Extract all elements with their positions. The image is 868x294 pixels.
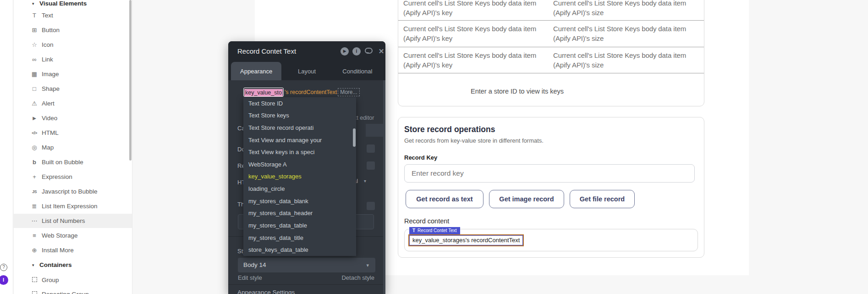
alert-icon: ⚠ xyxy=(30,100,38,107)
tab-conditional[interactable]: Conditional xyxy=(332,62,383,80)
dropdown-item[interactable]: WebStorage A xyxy=(243,158,356,171)
button-icon: ⊞ xyxy=(30,27,38,33)
plus-icon: + xyxy=(30,173,38,180)
composer-selected-text: key_value_sto xyxy=(244,89,283,96)
sidebar-item-group[interactable]: Group xyxy=(14,273,132,287)
selected-canvas-element[interactable]: key_value_storages's recordContentText xyxy=(409,235,523,245)
dropdown-item[interactable]: my_stores_data_table xyxy=(243,219,356,232)
dropdown-scrollbar[interactable] xyxy=(353,128,356,147)
sidebar-scrollbar[interactable] xyxy=(129,0,132,161)
bubble-editor-screen: ? I ▾ Visual Elements TText ⊞Button ☆Ico… xyxy=(0,0,868,294)
sidebar-item-javascript-to-bubble[interactable]: JSJavascript to Bubble xyxy=(14,184,132,199)
dropdown-item[interactable]: my_stores_data_blank xyxy=(243,195,356,207)
chevron-down-icon: ▾ xyxy=(32,1,38,6)
sidebar-item-repeating-group[interactable]: Repeating Group xyxy=(14,287,132,294)
text-icon: T xyxy=(30,12,38,19)
empty-state-message[interactable]: Enter a store ID to view its keys xyxy=(471,88,564,95)
record-key-label: Record Key xyxy=(404,154,437,161)
left-icon-gutter: ? I xyxy=(0,0,13,294)
row-divider xyxy=(398,47,704,47)
dropdown-item[interactable]: loading_circle xyxy=(243,183,356,195)
style-select[interactable]: Body 14▾ xyxy=(238,258,375,272)
canvas-text-key[interactable]: Current cell's List Store Keys body data… xyxy=(403,24,545,43)
dropdown-item[interactable]: Text Store record operati xyxy=(243,122,356,134)
detach-style-link[interactable]: Detach style xyxy=(341,274,374,281)
play-icon[interactable]: ▶ xyxy=(341,47,349,55)
rich-text-editor-link-partial[interactable]: xt editor xyxy=(354,115,374,121)
sidebar-item-list-item-expression[interactable]: ≣List Item Expression xyxy=(14,199,132,213)
text-element-icon: T xyxy=(412,228,415,233)
sidebar-item-built-on-bubble[interactable]: bBuilt on Bubble xyxy=(14,155,132,169)
map-pin-icon: ◎ xyxy=(30,144,38,151)
record-content-label: Record content xyxy=(404,217,449,225)
sidebar-item-video[interactable]: ▶Video xyxy=(14,111,132,125)
sidebar-item-button[interactable]: ⊞Button xyxy=(14,23,132,37)
panel-tabs: Appearance Layout Conditional xyxy=(228,62,385,80)
record-key-input[interactable] xyxy=(404,164,695,183)
dropdown-item[interactable]: Text Store ID xyxy=(243,97,356,110)
composer-expression-suffix[interactable]: 's recordContentText xyxy=(285,89,337,95)
get-file-record-button[interactable]: Get file record xyxy=(570,190,635,208)
composer-selection-box[interactable]: key_value_sto xyxy=(243,88,284,97)
dropdown-item[interactable]: Text View and manage your xyxy=(243,134,356,146)
tab-appearance[interactable]: Appearance xyxy=(231,62,281,80)
bubble-icon: b xyxy=(30,159,38,166)
info-icon[interactable]: i xyxy=(352,47,361,55)
canvas-text-size[interactable]: Current cell's List Store Keys body data… xyxy=(553,50,695,70)
canvas-text-size[interactable]: Current cell's List Store Keys body data… xyxy=(553,0,695,17)
comment-icon[interactable] xyxy=(365,48,373,54)
help-icon[interactable]: ? xyxy=(0,264,7,271)
sidebar-item-text[interactable]: TText xyxy=(14,8,132,22)
checkbox[interactable] xyxy=(367,202,375,210)
canvas-text-key[interactable]: Current cell's List Store Keys body data… xyxy=(403,0,545,17)
card-title: Store record operations xyxy=(404,125,495,134)
dropdown-item[interactable]: Text View keys in a speci xyxy=(243,146,356,158)
code-icon: </> xyxy=(30,131,38,135)
row-divider xyxy=(398,73,704,73)
star-icon: ☆ xyxy=(30,41,38,48)
edit-style-link[interactable]: Edit style xyxy=(238,274,262,281)
sidebar-item-alert[interactable]: ⚠Alert xyxy=(14,96,132,111)
tab-layout[interactable]: Layout xyxy=(281,62,332,80)
dropdown-item[interactable]: my_stores_data_header xyxy=(243,207,356,219)
dropdown-item-highlighted[interactable]: key_value_storages xyxy=(243,171,356,183)
panel-title: Record Contet Text xyxy=(237,47,296,55)
sidebar-item-shape[interactable]: □Shape xyxy=(14,82,132,96)
card-subtitle: Get records from key-value store in diff… xyxy=(404,137,544,144)
chevron-down-icon: ▾ xyxy=(32,263,38,267)
repeating-group-icon xyxy=(30,291,38,294)
appearance-settings-section-label: Appearance Settings xyxy=(237,289,295,294)
sidebar-item-link[interactable]: ∞Link xyxy=(14,52,132,67)
selected-element-badge: TRecord Contet Text xyxy=(409,227,460,234)
sidebar-item-expression[interactable]: +Expression xyxy=(14,170,132,184)
dropdown-item[interactable]: my_stores_data_title xyxy=(243,232,356,244)
checkbox[interactable] xyxy=(367,161,375,170)
dropdown-item[interactable]: Text Store keys xyxy=(243,110,356,122)
divider xyxy=(228,284,385,285)
dropdown-item[interactable]: store_keys_data_table xyxy=(243,244,356,256)
shape-icon: □ xyxy=(30,85,38,92)
panel-header[interactable]: Record Contet Text ▶ i ✕ xyxy=(228,41,385,62)
profile-avatar[interactable]: I xyxy=(0,275,8,285)
sidebar-item-list-of-numbers[interactable]: ⋯List of Numbers xyxy=(14,214,132,228)
composer-more-button[interactable]: More... xyxy=(338,88,359,96)
group-icon xyxy=(30,277,38,283)
sidebar-item-map[interactable]: ◎Map xyxy=(14,140,132,155)
sidebar-item-html[interactable]: </>HTML xyxy=(14,126,132,140)
autocomplete-dropdown: Text Store ID Text Store keys Text Store… xyxy=(243,97,356,256)
close-icon[interactable]: ✕ xyxy=(377,47,385,55)
sidebar-item-install-more[interactable]: ⊕Install More xyxy=(14,243,132,257)
sidebar-section-containers[interactable]: ▾ Containers xyxy=(14,258,132,272)
canvas-text-size[interactable]: Current cell's List Store Keys body data… xyxy=(553,24,695,43)
sidebar-item-web-storage[interactable]: ≡Web Storage xyxy=(14,228,132,243)
panel-scrollbar[interactable] xyxy=(383,80,385,294)
sidebar-item-icon[interactable]: ☆Icon xyxy=(14,38,132,52)
checkbox[interactable] xyxy=(367,144,375,153)
panel-button-partial[interactable] xyxy=(366,124,385,137)
chevron-down-icon[interactable]: ▾ xyxy=(364,178,366,183)
sidebar-item-image[interactable]: ▦Image xyxy=(14,67,132,81)
get-image-record-button[interactable]: Get image record xyxy=(489,190,564,208)
canvas-text-key[interactable]: Current cell's List Store Keys body data… xyxy=(403,50,545,70)
get-record-as-text-button[interactable]: Get record as text xyxy=(406,190,483,208)
expression-composer[interactable]: key_value_sto 's recordContentText More.… xyxy=(243,87,360,97)
